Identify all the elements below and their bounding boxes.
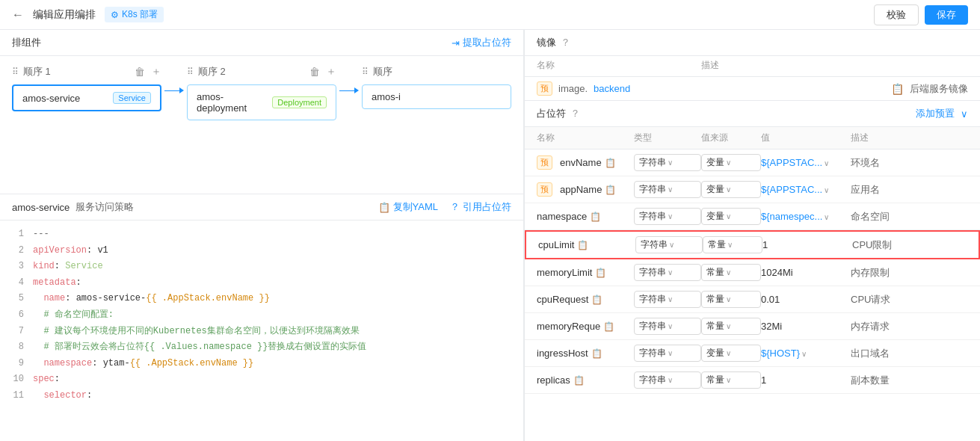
type-select-3[interactable]: 字符串 ∨ [635, 236, 703, 253]
source-select-4[interactable]: 常量 ∨ [701, 264, 761, 281]
arrow-head-2 [354, 87, 359, 93]
k8s-tag: ⚙ K8s 部署 [105, 7, 164, 22]
cell-name-text-0: envName [560, 157, 602, 168]
cell-type-1: 字符串 ∨ [634, 181, 701, 198]
type-arrow-6: ∨ [668, 322, 673, 330]
cell-copy-8[interactable]: 📋 [573, 375, 585, 386]
value-const-6: 32Mi [761, 321, 782, 332]
source-select-3[interactable]: 常量 ∨ [703, 236, 762, 253]
verify-button[interactable]: 校验 [874, 4, 919, 25]
source-select-0[interactable]: 变量 ∨ [701, 154, 761, 171]
yaml-tab-primary[interactable]: amos-service [12, 202, 70, 213]
col-name-header: 名称 [537, 59, 701, 72]
back-button[interactable]: ← [12, 8, 24, 22]
left-panel: 排组件 ⇥ 提取占位符 ⠿ 顺序 1 🗑 ＋ [0, 30, 524, 441]
source-value-3: 常量 [708, 238, 726, 251]
yaml-tab-secondary[interactable]: 服务访问策略 [75, 200, 134, 214]
stage-2-add-button[interactable]: ＋ [326, 65, 336, 78]
type-select-7[interactable]: 字符串 ∨ [634, 345, 701, 362]
right-panel: 镜像 ？ 名称 描述 预 image. 📋 后端服务镜像 占位符 ？ 添加预置 … [524, 30, 980, 441]
cell-copy-4[interactable]: 📋 [595, 268, 606, 278]
yaml-line-3: 3 kind: Service [12, 259, 511, 275]
top-bar: ← 编辑应用编排 ⚙ K8s 部署 校验 保存 [0, 0, 980, 30]
back-arrow-icon: ← [12, 8, 24, 22]
line-content-4: metadata: [33, 275, 81, 292]
value-display-2: ${namespec... [761, 211, 822, 222]
value-const-4: 1024Mi [761, 267, 793, 278]
line-content-6: # 命名空间配置: [33, 307, 114, 324]
cell-name-0: 预envName📋 [537, 155, 634, 170]
cell-copy-2[interactable]: 📋 [590, 212, 601, 222]
stage-2-component[interactable]: amos-deployment Deployment [187, 84, 336, 120]
image-value-input[interactable] [594, 83, 885, 94]
cell-copy-0[interactable]: 📋 [605, 158, 616, 168]
stage-1-component[interactable]: amos-service Service [12, 84, 161, 111]
image-copy-icon[interactable]: 📋 [891, 83, 904, 95]
top-bar-right: 校验 保存 [874, 4, 968, 25]
type-select-2[interactable]: 字符串 ∨ [634, 208, 701, 225]
save-button[interactable]: 保存 [925, 5, 968, 25]
type-arrow-5: ∨ [668, 295, 673, 303]
cell-desc-3: CPU限制 [852, 238, 967, 252]
stage-2-delete-button[interactable]: 🗑 [309, 66, 320, 78]
cell-copy-5[interactable]: 📋 [591, 294, 603, 305]
cell-value-6: 32Mi [761, 321, 851, 332]
cell-name-text-4: memoryLimit [537, 267, 592, 278]
th-desc: 描述 [851, 132, 968, 144]
cell-type-7: 字符串 ∨ [634, 345, 701, 362]
stage-3-component[interactable]: amos-i [362, 84, 511, 109]
cell-name-4: memoryLimit📋 [537, 267, 634, 278]
placeholder-title: 占位符 ？ [537, 107, 580, 120]
cell-copy-7[interactable]: 📋 [591, 348, 603, 359]
type-select-8[interactable]: 字符串 ∨ [634, 371, 701, 389]
stage-1-delete-button[interactable]: 🗑 [135, 66, 145, 78]
source-value-7: 变量 [706, 347, 724, 360]
cell-desc-7: 出口域名 [851, 347, 968, 360]
cell-value-8: 1 [761, 374, 851, 386]
cell-source-6: 常量 ∨ [701, 318, 761, 335]
source-value-0: 变量 [706, 156, 724, 169]
line-num-1: 1 [12, 226, 24, 243]
type-select-4[interactable]: 字符串 ∨ [634, 264, 701, 281]
chevron-down-icon[interactable]: ∨ [961, 108, 968, 120]
yaml-line-6: 6 # 命名空间配置: [12, 307, 511, 324]
cell-copy-6[interactable]: 📋 [603, 321, 614, 332]
stage-1-add-button[interactable]: ＋ [151, 65, 161, 78]
cell-value-7: ${HOST}∨ [761, 348, 851, 359]
source-select-2[interactable]: 变量 ∨ [701, 208, 761, 225]
placeholder-help-icon[interactable]: ？ [570, 107, 580, 120]
stage-1-component-tag: Service [113, 92, 151, 104]
cell-type-6: 字符串 ∨ [634, 318, 701, 335]
stage-1-actions: 🗑 ＋ [135, 65, 161, 78]
type-select-6[interactable]: 字符串 ∨ [634, 318, 701, 335]
source-select-5[interactable]: 常量 ∨ [701, 291, 761, 308]
extract-placeholder-button[interactable]: ⇥ 提取占位符 [452, 36, 511, 49]
source-value-5: 常量 [706, 293, 724, 306]
type-select-0[interactable]: 字符串 ∨ [634, 154, 701, 171]
cell-source-5: 常量 ∨ [701, 291, 761, 308]
source-select-7[interactable]: 变量 ∨ [701, 345, 761, 362]
cell-name-text-2: namespace [537, 211, 587, 222]
cell-value-4: 1024Mi [761, 267, 851, 278]
mirror-help-icon[interactable]: ？ [561, 36, 570, 49]
stage-2-component-tag: Deployment [272, 96, 327, 108]
yaml-line-5: 5 name: amos-service-{{ .AppStack.envNam… [12, 291, 511, 307]
stage-2: ⠿ 顺序 2 🗑 ＋ amos-deployment Deployment [187, 65, 336, 120]
copy-yaml-button[interactable]: 📋 复制YAML [378, 200, 438, 214]
source-select-1[interactable]: 变量 ∨ [701, 181, 761, 198]
cell-desc-1: 应用名 [851, 183, 968, 197]
cell-source-8: 常量 ∨ [701, 371, 761, 389]
cite-placeholder-button[interactable]: ？ 引用占位符 [450, 200, 511, 214]
source-select-6[interactable]: 常量 ∨ [701, 318, 761, 335]
type-select-1[interactable]: 字符串 ∨ [634, 181, 701, 198]
type-select-5[interactable]: 字符串 ∨ [634, 291, 701, 308]
cell-copy-1[interactable]: 📋 [605, 185, 616, 195]
source-arrow-1: ∨ [726, 185, 731, 194]
type-arrow-1: ∨ [668, 185, 673, 194]
cell-copy-3[interactable]: 📋 [577, 240, 588, 250]
source-select-8[interactable]: 常量 ∨ [701, 371, 761, 389]
copy-icon: 📋 [378, 202, 390, 213]
cell-value-1: ${APPSTAC...∨ [761, 184, 851, 195]
source-value-1: 变量 [706, 183, 724, 196]
add-preset-button[interactable]: 添加预置 [916, 107, 955, 120]
